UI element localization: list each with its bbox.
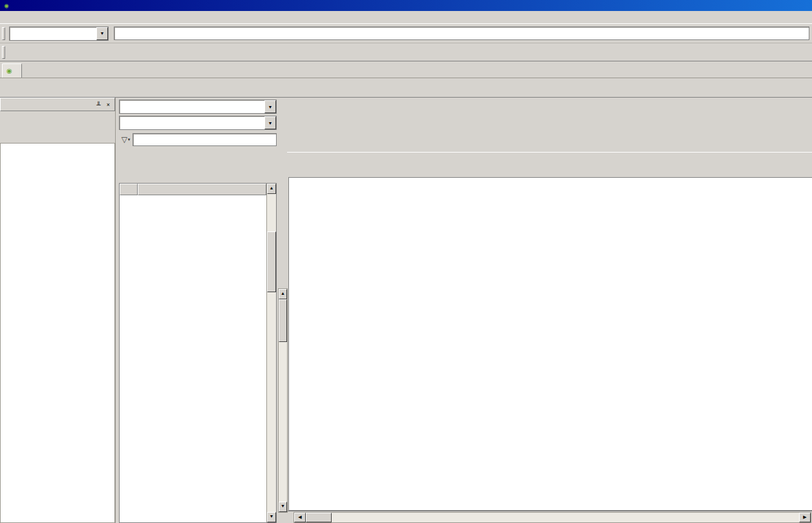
close-icon[interactable]: ×: [103, 100, 113, 109]
scroll-track[interactable]: [332, 513, 799, 522]
project-manager-tabs: [0, 128, 115, 144]
chevron-down-icon[interactable]: ▼: [264, 116, 276, 129]
table-list-scrollbar[interactable]: ▲ ▼: [266, 184, 276, 522]
table-column-header[interactable]: [138, 184, 266, 195]
browser-nav-toolbar: [287, 98, 812, 116]
object-filter-input[interactable]: [133, 133, 277, 146]
scroll-thumb[interactable]: [306, 513, 332, 522]
scroll-left-icon[interactable]: ◀: [294, 513, 306, 522]
table-list: [120, 195, 266, 522]
grid-body: [289, 190, 812, 510]
chevron-down-icon: ▾: [128, 137, 131, 142]
toolbar-grip: [2, 27, 5, 40]
grid-header-row: [289, 178, 812, 190]
schema-browser-panel: ▼ ▼ ▽ ▾: [116, 98, 278, 523]
schema-value: [120, 100, 264, 113]
project-manager-toolbar: [0, 111, 115, 128]
schema-select[interactable]: ▼: [119, 100, 277, 114]
toad-connection-icon: ◉: [6, 67, 12, 74]
panel-splitter[interactable]: ▲ ▼: [278, 98, 287, 523]
main-toolbar: ▼: [0, 24, 812, 43]
grid-horizontal-scrollbar[interactable]: ◀ ▶: [294, 512, 811, 523]
toad-window: ◉ ▼ ◉ ╨ ×: [0, 0, 812, 523]
scroll-down-icon[interactable]: ▼: [279, 502, 287, 512]
object-list-toolbar-1: [119, 148, 278, 165]
grid-navigator-bar: ◀ ▶: [287, 511, 812, 523]
scroll-track[interactable]: [267, 292, 276, 512]
img-column-header[interactable]: [120, 184, 138, 195]
scroll-thumb[interactable]: [267, 231, 276, 292]
main-area: ╨ × ▼ ▼ ▽ ▾: [0, 98, 812, 523]
connection-tab[interactable]: ◉: [2, 63, 22, 78]
scroll-track[interactable]: [279, 342, 287, 502]
data-grid: [288, 177, 812, 511]
connection-tab-bar: ◉: [0, 61, 812, 78]
workspace-value: [10, 27, 96, 40]
menu-bar: [0, 11, 812, 24]
funnel-icon: ▽: [122, 136, 127, 144]
object-list-main: [120, 184, 266, 522]
scroll-thumb[interactable]: [279, 299, 287, 342]
grid-vertical-scrollbar[interactable]: ▲ ▼: [278, 288, 288, 513]
chevron-down-icon[interactable]: ▼: [96, 27, 108, 40]
scroll-right-icon[interactable]: ▶: [799, 513, 811, 522]
document-tab-bar: [0, 78, 812, 98]
scroll-up-icon[interactable]: ▲: [267, 184, 276, 194]
jump-to-input[interactable]: [114, 27, 809, 40]
chevron-down-icon[interactable]: ▼: [264, 100, 276, 113]
object-list-toolbar-2: [119, 165, 278, 183]
data-grid-toolbar: [287, 152, 812, 177]
object-type-select[interactable]: ▼: [119, 116, 277, 130]
toolbar-grip: [2, 46, 5, 59]
title-bar: ◉: [0, 0, 812, 11]
detail-tab-bar: [287, 137, 812, 152]
pin-icon[interactable]: ╨: [94, 100, 103, 109]
quick-filter-icon[interactable]: ▽ ▾: [119, 133, 133, 147]
scroll-up-icon[interactable]: ▲: [279, 289, 287, 299]
primary-key-line: [287, 127, 812, 137]
workspace-select[interactable]: ▼: [9, 27, 109, 41]
object-filter-row: ▽ ▾: [119, 132, 278, 147]
object-info-line: [287, 116, 812, 127]
secondary-toolbar: [0, 43, 812, 61]
project-tree: [0, 144, 115, 523]
project-manager-header: ╨ ×: [0, 98, 115, 111]
app-icon: ◉: [2, 2, 11, 9]
scroll-down-icon[interactable]: ▼: [267, 512, 276, 522]
object-list-header: [120, 184, 266, 195]
object-type-value: [120, 116, 264, 129]
project-manager-panel: ╨ ×: [0, 98, 116, 523]
object-list: ▲ ▼: [119, 183, 277, 523]
object-detail-panel: ◀ ▶: [287, 98, 812, 523]
